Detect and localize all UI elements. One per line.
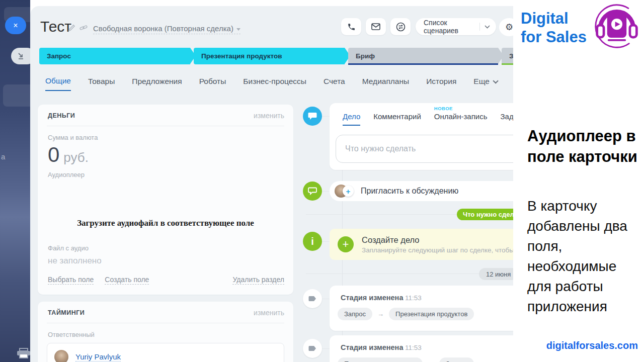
- scenario-list-button[interactable]: Список сценариев: [416, 18, 496, 35]
- responsible-name[interactable]: Yuriy Pavlyuk: [75, 352, 121, 361]
- invite-label: Пригласить к обсуждению: [361, 187, 458, 196]
- currency: руб.: [63, 150, 89, 165]
- responsible-label: Ответственный: [48, 331, 95, 338]
- tab-scheta[interactable]: Счета: [324, 77, 345, 90]
- section-title: ДЕНЬГИ: [48, 112, 75, 119]
- stage-label: Бриф: [356, 52, 375, 60]
- entry-time: 11:53: [405, 344, 422, 351]
- date-badge: 12 июня: [479, 268, 518, 280]
- money-section: ДЕНЬГИ изменить Сумма и валюта 0руб. Ауд…: [38, 105, 293, 295]
- stage-change-pills: Запрос → Презентация продуктов: [338, 308, 474, 320]
- stage-change-pills: Презентация продуктов → Запрос: [338, 357, 474, 362]
- brand-line1: Digital: [521, 9, 587, 28]
- edit-title-icon[interactable]: [68, 24, 75, 32]
- background-text-fragment: a: [1, 152, 5, 161]
- panel-heading: Аудиоплеер в поле карточки: [527, 126, 640, 167]
- entry-time: 11:53: [405, 294, 422, 302]
- tab-more[interactable]: Еще: [473, 77, 497, 90]
- audioplayer-message: Загрузите аудиофайл в соответствующее по…: [38, 218, 293, 228]
- create-field-link[interactable]: Создать поле: [105, 276, 149, 285]
- tab-more-label: Еще: [473, 77, 490, 85]
- tab-kommentariy[interactable]: Комментарий: [373, 112, 421, 126]
- date-text: 12 июня: [486, 270, 511, 278]
- phone-icon: [347, 23, 356, 31]
- edit-link[interactable]: изменить: [254, 309, 284, 317]
- edit-link[interactable]: изменить: [254, 112, 284, 120]
- close-icon: ×: [13, 21, 18, 30]
- audioplayer-label: Аудиоплеер: [48, 171, 85, 178]
- divider: [47, 323, 284, 323]
- tab-tovary[interactable]: Товары: [88, 77, 115, 90]
- tag-icon: [308, 345, 317, 351]
- stage-from: Презентация продуктов: [338, 357, 423, 362]
- tab-onlayn-zapis[interactable]: НОВОЕ Онлайн-запись: [434, 112, 488, 126]
- branding-panel: Digital for Sales Аудиоплеер в поле карт…: [513, 0, 644, 362]
- stage-from: Запрос: [338, 308, 372, 320]
- responsible-box: Yuriy Pavlyuk: [47, 343, 284, 362]
- tab-obshchie[interactable]: Общие: [45, 76, 71, 91]
- entry-title: Стадия изменена: [341, 294, 403, 302]
- screen: a × Тест: [0, 0, 644, 362]
- tab-mediaplany[interactable]: Медиапланы: [362, 77, 409, 90]
- collapse-icon: [17, 52, 25, 60]
- mail-icon: [371, 23, 380, 30]
- printer-icon[interactable]: [16, 348, 31, 359]
- new-badge: НОВОЕ: [434, 106, 453, 111]
- divider: [47, 126, 284, 126]
- tab-roboty[interactable]: Роботы: [199, 77, 226, 90]
- audio-file-label: Файл с аудио: [48, 244, 89, 252]
- tab-label: Онлайн-запись: [434, 112, 488, 121]
- chevron-down-icon: [493, 78, 498, 83]
- email-button[interactable]: [366, 18, 386, 35]
- pipeline-label: Свободная воронка (Повторная сделка): [93, 24, 233, 33]
- arrow-right-icon: →: [377, 310, 384, 318]
- chat-bubble-outline-icon: [308, 187, 317, 195]
- sum-value: 0руб.: [48, 143, 89, 167]
- create-activity-texts: Создайте дело Запланируйте следующий шаг…: [362, 235, 520, 254]
- info-icon: i: [311, 236, 314, 247]
- brand-line2: for Sales: [521, 28, 587, 46]
- avatar: [54, 350, 68, 362]
- chat-button[interactable]: [390, 18, 411, 35]
- gear-icon: ⚙: [505, 22, 513, 33]
- close-slider-button[interactable]: ×: [5, 17, 26, 34]
- composer-tabs: Дело Комментарий НОВОЕ Онлайн-запись Зад…: [343, 112, 526, 126]
- divider: [479, 23, 480, 31]
- stage-change-marker: [303, 339, 322, 358]
- scenario-list-label: Список сценариев: [424, 19, 475, 35]
- stage-brif[interactable]: Бриф: [348, 48, 498, 64]
- entry-title: Стадия изменена: [341, 343, 403, 351]
- stage-label: Презентация продуктов: [201, 52, 282, 60]
- tab-istoriya[interactable]: История: [426, 77, 456, 90]
- stage-label: Запрос: [47, 52, 71, 60]
- stage-zapros[interactable]: Запрос: [39, 48, 190, 64]
- deal-tabs: Общие Товары Предложения Роботы Бизнес-п…: [45, 76, 497, 91]
- tag-icon: [308, 296, 317, 302]
- create-activity-title: Создайте дело: [362, 235, 520, 245]
- deal-title: Тест: [40, 18, 71, 35]
- tab-biznes-processy[interactable]: Бизнес-процессы: [243, 77, 306, 90]
- add-user-icon: +: [343, 186, 354, 197]
- call-button[interactable]: [341, 18, 361, 35]
- stage-change-marker: [303, 289, 322, 308]
- stage-underline: [348, 63, 498, 65]
- tab-predlozheniya[interactable]: Предложения: [132, 77, 182, 90]
- website-link[interactable]: digitalforsales.com: [546, 340, 638, 351]
- create-activity-subtitle: Запланируйте следующий шаг по сделке, чт…: [362, 246, 520, 254]
- choose-field-link[interactable]: Выбрать поле: [48, 276, 94, 285]
- plus-icon: +: [338, 236, 354, 252]
- chat-bubble-icon: [308, 112, 317, 120]
- brand-logo-icon: [593, 2, 641, 50]
- tab-delo[interactable]: Дело: [343, 112, 360, 126]
- pipeline-selector[interactable]: Свободная воронка (Повторная сделка): [93, 24, 240, 34]
- section-title: ТАЙМИНГИ: [48, 309, 85, 316]
- deal-card: Тест Свободная воронка (Повторная сделка…: [30, 6, 513, 362]
- stage-to: Запрос: [439, 357, 474, 362]
- panel-body-text: В карточку добавлены два поля, необходим…: [527, 196, 642, 317]
- arrow-right-icon: →: [428, 360, 434, 362]
- info-marker: i: [303, 232, 322, 251]
- stage-presentation[interactable]: Презентация продуктов: [194, 48, 345, 64]
- link-icon[interactable]: [79, 24, 88, 32]
- chevron-down-icon: [485, 25, 490, 29]
- delete-section-link[interactable]: Удалить раздел: [232, 276, 284, 285]
